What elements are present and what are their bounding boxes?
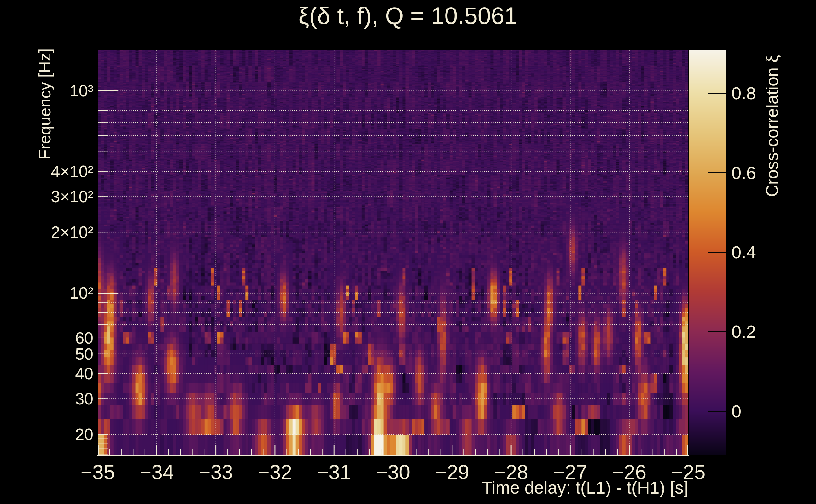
- x-tick-label: −28: [494, 461, 528, 484]
- y-tick-label: 4×10²: [0, 162, 93, 181]
- colorbar-title: Cross-correlation ξ: [762, 55, 782, 197]
- x-tick-label: −29: [435, 461, 469, 484]
- colorbar-tick-label: 0.4: [732, 242, 756, 262]
- y-tick-label: 30: [0, 389, 93, 408]
- root-canvas: ξ(δ t, f), Q = 10.5061 Frequency [Hz] Ti…: [0, 0, 816, 504]
- colorbar-tick-label: 0.2: [732, 321, 756, 342]
- colorbar-tick-line: [708, 331, 726, 332]
- x-tick-label: −31: [317, 461, 351, 484]
- colorbar-tick-label: 0: [732, 401, 741, 421]
- y-tick-label: 10³: [0, 81, 93, 100]
- colorbar-tick-line: [708, 93, 726, 94]
- x-tick-label: −30: [376, 461, 410, 484]
- x-tick-label: −34: [140, 461, 174, 484]
- x-tick-label: −27: [553, 461, 587, 484]
- colorbar-tick-label: 0.6: [732, 162, 756, 183]
- x-tick-label: −32: [258, 461, 292, 484]
- y-tick-label: 3×10²: [0, 187, 93, 206]
- x-axis-line: [97, 455, 689, 456]
- colorbar-canvas: [689, 50, 726, 455]
- y-tick-label: 50: [0, 345, 93, 364]
- y-tick-label: 40: [0, 364, 93, 383]
- y-tick-label: 2×10²: [0, 223, 93, 242]
- colorbar-tick-label: 0.8: [732, 83, 756, 103]
- chart-title: ξ(δ t, f), Q = 10.5061: [0, 2, 816, 29]
- x-tick-label: −35: [81, 461, 115, 484]
- y-tick-label: 10²: [0, 283, 93, 302]
- colorbar-tick-line: [708, 172, 726, 173]
- colorbar-tick-line: [708, 411, 726, 412]
- x-tick-label: −26: [612, 461, 647, 484]
- y-axis-title: Frequency [Hz]: [35, 49, 54, 160]
- colorbar-tick-line: [708, 252, 726, 253]
- x-tick-label: −33: [198, 461, 233, 484]
- y-tick-label: 20: [0, 425, 93, 444]
- heatmap-canvas: [98, 50, 688, 455]
- x-tick-label: −25: [671, 461, 706, 484]
